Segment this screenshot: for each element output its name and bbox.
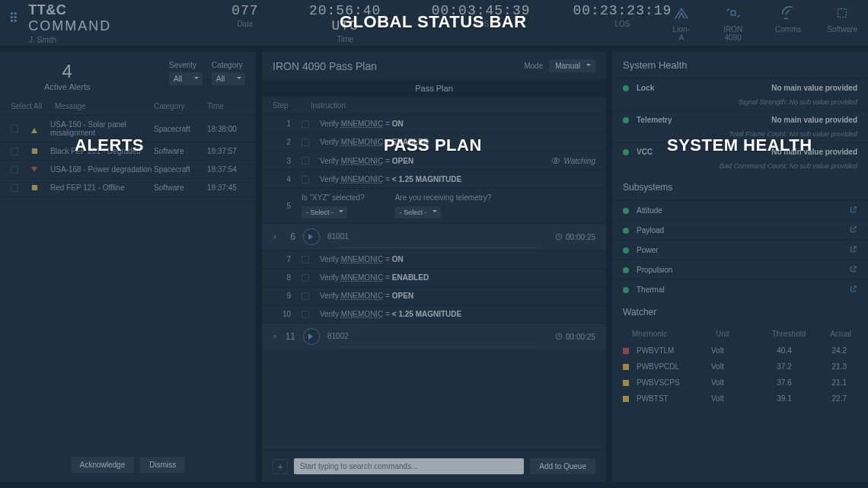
severity-icon	[30, 148, 38, 155]
svg-rect-2	[11, 16, 13, 18]
alert-checkbox[interactable]	[11, 166, 18, 174]
pass-plan-panel: IRON 4090 Pass Plan Mode Manual Pass Pla…	[262, 52, 606, 482]
pass-step: 3Verify MNEMONIC = OPENWatching	[262, 151, 606, 170]
subsystem-row[interactable]: Power	[612, 240, 868, 260]
filter-severity-select[interactable]: All	[169, 72, 203, 85]
status-dot	[623, 149, 629, 155]
step-checkbox[interactable]	[302, 139, 309, 146]
step-checkbox[interactable]	[302, 157, 309, 164]
logo: TT&C COMMAND	[11, 2, 148, 34]
question-select[interactable]: - Select -	[395, 206, 441, 218]
play-button[interactable]	[303, 328, 320, 345]
clock-los: 00:23:23:19LOS	[573, 3, 672, 43]
health-item: VCCNo main value provided	[612, 142, 868, 161]
step-checkbox[interactable]	[302, 311, 309, 318]
expand-icon[interactable]	[272, 334, 276, 339]
external-link-icon[interactable]	[849, 265, 857, 275]
alert-checkbox[interactable]	[11, 184, 18, 192]
alerts-panel: 4 Active Alerts SeverityAllCategoryAll S…	[0, 52, 256, 482]
play-button[interactable]	[303, 228, 320, 245]
health-sub: Total Frame Count: No sub value provided	[612, 129, 868, 142]
alert-row[interactable]: USA-150 - Solar panel misalignmentSpacec…	[0, 116, 256, 142]
question-select[interactable]: - Select -	[302, 206, 347, 218]
severity-icon	[30, 125, 38, 132]
status-lion-a[interactable]: Lion-A	[672, 5, 691, 42]
filter-category: CategoryAll	[212, 61, 245, 85]
pass-step: 9Verify MNEMONIC = OPEN	[262, 286, 606, 305]
pass-plan-subtitle: Pass Plan	[262, 80, 606, 97]
step-checkbox[interactable]	[302, 120, 309, 128]
pass-step: 4Verify MNEMONIC = < 1.25 MAGNITUDE	[262, 170, 606, 188]
step-checkbox[interactable]	[302, 292, 309, 300]
clock-group: 077Date20:56:40 UTCTime00:03:45:39AOS00:…	[231, 3, 672, 43]
subsystem-row[interactable]: Attitude	[612, 200, 868, 220]
watcher-title: Watcher	[612, 299, 868, 325]
pass-question-step: 5Is "XYZ" selected?- Select -Are you rec…	[262, 188, 606, 223]
status-square	[623, 396, 629, 402]
pass-step: 2Verify MNEMONIC = ENABLED	[262, 132, 606, 151]
add-command-button[interactable]: +	[273, 459, 288, 474]
expand-icon[interactable]	[272, 234, 276, 239]
alert-checkbox[interactable]	[11, 148, 18, 155]
status-dot	[623, 228, 629, 234]
dismiss-button[interactable]: Dismiss	[140, 457, 185, 473]
watcher-row: PWBVSCPSVolt37.621.1	[612, 375, 868, 391]
status-dot	[623, 287, 629, 293]
status-iron-4090[interactable]: IRON 4090	[716, 5, 749, 42]
acknowledge-button[interactable]: Acknowledge	[71, 457, 134, 473]
external-link-icon[interactable]	[849, 225, 857, 235]
external-link-icon[interactable]	[849, 245, 857, 255]
status-dot	[623, 85, 629, 91]
svg-rect-7	[838, 8, 847, 17]
duration: 00:00:25	[555, 333, 595, 341]
alert-row[interactable]: Red FEP 121 - OfflineSoftware18:37:45	[0, 179, 256, 197]
step-checkbox[interactable]	[302, 176, 309, 183]
pass-step: 1Verify MNEMONIC = ON	[262, 114, 606, 132]
pass-step: 7Verify MNEMONIC = ON	[262, 250, 606, 268]
severity-icon	[30, 166, 38, 174]
watcher-row: PWBVTLMVolt40.424.2	[612, 343, 868, 359]
subsystem-row[interactable]: Payload	[612, 220, 868, 240]
add-to-queue-button[interactable]: Add to Queue	[530, 458, 595, 474]
app-title: TT&C COMMAND	[28, 2, 148, 34]
watcher-row: PWBVPCDLVolt37.221.3	[612, 359, 868, 375]
mode-select[interactable]: Manual	[549, 59, 595, 72]
subsystem-row[interactable]: Propulsion	[612, 260, 868, 279]
step-checkbox[interactable]	[302, 274, 309, 282]
pass-step: 8Verify MNEMONIC = ENABLED	[262, 268, 606, 286]
svg-rect-1	[14, 12, 17, 14]
alert-row[interactable]: Black FEP 201 - DegradedSoftware18:37:57	[0, 142, 256, 161]
severity-icon	[30, 184, 38, 192]
svg-rect-5	[14, 19, 17, 21]
status-square	[623, 380, 629, 386]
system-health-panel: System Health LockNo main value provided…	[612, 52, 868, 482]
external-link-icon[interactable]	[849, 206, 857, 215]
command-search-input[interactable]	[294, 458, 524, 474]
alert-row[interactable]: USA-168 - Power degradationSpacecraft18:…	[0, 161, 256, 179]
watcher-row: PWBTSTVolt39.122.7	[612, 391, 868, 407]
pass-command: 68100100:00:25	[262, 223, 606, 250]
filter-category-select[interactable]: All	[212, 72, 245, 85]
status-dot	[623, 208, 629, 214]
watcher-header: Mnemonic Unit Threshold Actual	[612, 325, 868, 343]
global-status-bar: TT&C COMMAND J. Smith 077Date20:56:40 UT…	[0, 0, 868, 46]
external-link-icon[interactable]	[849, 285, 857, 295]
status-software[interactable]: Software	[828, 5, 857, 42]
subsystem-row[interactable]: Thermal	[612, 279, 868, 299]
filter-severity: SeverityAll	[169, 61, 203, 85]
health-sub: Bad Command Count: No sub value provided	[612, 161, 868, 174]
svg-rect-4	[11, 19, 13, 21]
svg-rect-0	[11, 12, 13, 14]
step-checkbox[interactable]	[302, 256, 309, 263]
svg-rect-6	[731, 11, 736, 15]
duration: 00:00:25	[555, 233, 595, 241]
pass-command: 118100200:00:25	[262, 323, 606, 349]
status-comms[interactable]: Comms	[775, 5, 801, 42]
clock-aos: 00:03:45:39AOS	[432, 3, 531, 43]
clock-date: 077Date	[231, 3, 258, 43]
alert-checkbox[interactable]	[11, 125, 18, 132]
status-dot	[623, 267, 629, 273]
system-health-title: System Health	[612, 52, 868, 78]
alerts-table-header: Select All Message Category Time	[0, 97, 256, 116]
status-dot	[623, 247, 629, 254]
